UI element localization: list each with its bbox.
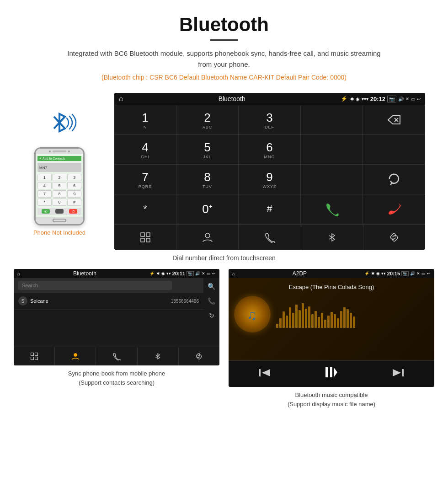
phone-key-9[interactable]: 9 [67,190,81,198]
phone-key-6[interactable]: 6 [67,182,81,189]
back-icon[interactable]: ↩ [417,97,421,102]
location-icon: ◉ [356,97,360,102]
mu-cam-icon[interactable]: 📷 [401,271,409,276]
backspace-key[interactable] [363,105,425,135]
music-content: Escape (The Pina Colada Song) ♫ [229,278,434,360]
toolbar-link-btn[interactable] [363,225,425,250]
key-hash[interactable]: # [239,194,301,224]
phone-home-button[interactable] [53,219,66,222]
phone-key-8[interactable]: 8 [53,190,67,198]
mu-win-icon[interactable]: ▭ [421,271,426,276]
vis-bar [299,310,301,328]
bluetooth-status-icon: ✱ [350,97,354,102]
toolbar-bluetooth-btn[interactable] [301,225,363,250]
play-pause-button[interactable] [324,365,339,383]
svg-rect-10 [35,357,37,360]
phone-key-0[interactable]: 0 [53,199,67,206]
pb-toolbar-link[interactable] [179,347,219,365]
phone-key-star[interactable]: * [37,199,52,206]
page-title: Bluetooth [9,14,439,36]
key-2[interactable]: 2 ABC [176,105,239,135]
key-0[interactable]: 0+ [176,194,239,224]
pb-call-side-icon[interactable]: 📞 [208,297,215,305]
key-7[interactable]: 7 PQRS [114,165,176,194]
next-track-button[interactable] [392,366,405,381]
phone-key-7[interactable]: 7 [37,190,52,198]
phone-key-1[interactable]: 1 [37,174,52,181]
phonebook-layout: Search S Seicane 13566664466 🔍 📞 ↻ [14,278,219,324]
pb-win-icon[interactable]: ▭ [207,271,211,276]
contact-initial: S [18,296,27,306]
vis-bar [321,313,323,328]
phone-key-4[interactable]: 4 [37,182,52,189]
vis-bar [327,316,330,328]
phone-call-button[interactable]: ✆ [42,209,50,214]
key-8[interactable]: 8 TUV [176,165,239,194]
svg-rect-14 [325,367,328,377]
phonebook-statusbar: ⌂ Bluetooth ⚡ ✱ ◉ ▾▾ 20:11 📷 🔊 ✕ ▭ ↩ [14,269,219,278]
vis-bar [343,307,346,328]
key-star[interactable]: * [114,194,176,224]
vis-bar [292,313,294,328]
phone-sensor-dot [68,150,70,152]
svg-rect-13 [259,369,261,376]
window-icon[interactable]: ▭ [411,97,415,102]
phone-speaker-btn[interactable] [55,209,64,214]
pb-close-icon[interactable]: ✕ [202,271,205,276]
phonebook-caption: Sync phone-book from mobile phone(Suppor… [14,369,219,387]
home-icon[interactable]: ⌂ [119,95,123,103]
toolbar-grid-btn[interactable] [114,225,176,250]
phone-number-display: MN7 [37,163,81,172]
phone-bottom-bar: ✆ ✆ [37,208,81,215]
key-6[interactable]: 6 MNO [239,135,301,165]
camera-icon[interactable]: 📷 [387,96,396,102]
mu-vol-icon[interactable]: 🔊 [410,271,415,276]
pb-refresh-side-icon[interactable]: ↻ [209,312,214,319]
vis-bar [305,309,307,328]
dialpad-grid: 1 ∿ 2 ABC 3 DEF 4 GHI 5 JKL [114,105,425,224]
phone-speaker [53,150,66,152]
vis-bar [289,307,291,328]
music-home-icon[interactable]: ⌂ [232,271,235,276]
phone-key-hash[interactable]: # [67,199,81,206]
key-4[interactable]: 4 GHI [114,135,176,165]
key-5[interactable]: 5 JKL [176,135,239,165]
phone-key-5[interactable]: 5 [53,182,67,189]
pb-search-side-icon[interactable]: 🔍 [208,283,215,290]
mu-close-icon[interactable]: ✕ [416,271,420,276]
vis-bar [276,324,278,328]
toolbar-phone-btn[interactable] [239,225,301,250]
contact-row[interactable]: S Seicane 13566664466 [14,293,203,310]
mu-back-icon[interactable]: ↩ [427,271,431,276]
prev-track-button[interactable] [258,366,271,381]
close-icon[interactable]: ✕ [405,97,409,102]
pb-back-icon[interactable]: ↩ [212,271,216,276]
key-9[interactable]: 9 WXYZ [239,165,301,194]
toolbar-contacts-btn[interactable] [176,225,239,250]
music-controls [229,360,434,387]
key-call-red[interactable] [363,194,425,224]
pb-vol-icon[interactable]: 🔊 [195,271,200,276]
volume-icon[interactable]: 🔊 [398,97,404,102]
music-usb-icon: ⚡ [364,271,369,276]
phone-key-3[interactable]: 3 [67,174,81,181]
key-3[interactable]: 3 DEF [239,105,301,135]
key-call-green[interactable] [301,194,363,224]
mu-time: 20:15 [387,271,400,276]
search-input[interactable]: Search [18,281,172,290]
pb-toolbar-bluetooth[interactable] [138,347,179,365]
phonebook-search-bar: Search [14,278,203,293]
pb-toolbar-grid[interactable] [14,347,55,365]
pb-toolbar-contacts[interactable] [55,347,96,365]
key-refresh[interactable] [363,165,425,194]
empty-4 [301,165,363,194]
phone-end-button[interactable]: ✆ [69,209,77,214]
pb-toolbar-phone[interactable] [96,347,137,365]
music-title: A2DP [237,270,363,277]
pb-cam-icon[interactable]: 📷 [187,271,194,276]
svg-rect-7 [31,353,33,356]
key-1[interactable]: 1 ∿ [114,105,176,135]
left-panel: + Add to Contacts MN7 1 2 3 4 5 6 7 8 9 … [14,93,105,236]
phonebook-home-icon[interactable]: ⌂ [17,271,20,276]
phone-key-2[interactable]: 2 [53,174,67,181]
